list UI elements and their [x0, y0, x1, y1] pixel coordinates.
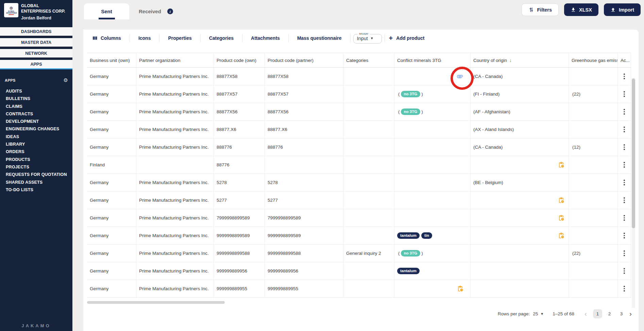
row-menu-button[interactable] — [622, 143, 626, 151]
cell-product-code-partner: 999999889956 — [265, 262, 343, 280]
column-header-ac[interactable]: Ac... — [618, 53, 631, 67]
toolbar-properties-button[interactable]: Properties — [159, 35, 200, 41]
sidebar-item-to-do-lists[interactable]: TO-DO LISTS — [0, 186, 72, 194]
sidebar-item-ideas[interactable]: IDEAS — [0, 133, 72, 140]
sidebar-nav-network[interactable]: NETWORK — [0, 49, 72, 57]
tab-sent[interactable]: Sent — [84, 3, 129, 19]
mode-select[interactable]: Mode Input ▼ — [353, 33, 382, 44]
cell-country-of-origin — [471, 209, 569, 227]
sidebar-nav-apps[interactable]: APPS — [0, 60, 72, 69]
row-menu-button[interactable] — [622, 284, 626, 293]
cell-actions — [618, 85, 631, 103]
toolbar-attachments-button[interactable]: Attachments — [242, 35, 288, 41]
attachment-icon[interactable] — [456, 73, 463, 80]
sidebar-header[interactable]: ⊕ GLOBAL ENTERPRISES GLOBAL ENTERPRISES … — [0, 0, 72, 20]
row-menu-button[interactable] — [622, 214, 626, 222]
row-menu-button[interactable] — [622, 125, 626, 133]
user-name: Jordan Belford — [21, 16, 67, 20]
pending-questionnaire-icon[interactable] — [558, 215, 564, 221]
cell-product-code-own: 88877X56 — [214, 103, 265, 120]
close-paren: ) — [421, 251, 423, 256]
sidebar-nav-dashboards[interactable]: DASHBOARDS — [0, 27, 72, 36]
horizontal-scrollbar — [87, 301, 631, 304]
sidebar-item-bulletins[interactable]: BULLETINS — [0, 95, 72, 102]
cell-partner-organization: Prime Manufacturing Partners Inc. — [136, 68, 214, 85]
toolbar-categories-button[interactable]: Categories — [201, 35, 242, 41]
columns-icon — [92, 35, 98, 41]
row-menu-button[interactable] — [622, 178, 626, 186]
column-header-product-code-own[interactable]: Product code (own) — [214, 53, 265, 67]
page-button-1[interactable]: 1 — [593, 309, 602, 318]
prev-page-button[interactable]: ‹ — [584, 310, 587, 317]
column-header-categories[interactable]: Categories — [343, 53, 394, 67]
sidebar-nav-master-data[interactable]: MASTER DATA — [0, 38, 72, 47]
sidebar-item-claims[interactable]: CLAIMS — [0, 103, 72, 110]
sidebar: ⊕ GLOBAL ENTERPRISES GLOBAL ENTERPRISES … — [0, 0, 72, 331]
pagination-range: 1–25 of 68 — [553, 311, 574, 316]
sidebar-item-projects[interactable]: PROJECTS — [0, 163, 72, 171]
cell-product-code-partner: 88877.X6 — [265, 121, 343, 138]
filters-button[interactable]: Filters — [522, 3, 559, 16]
row-menu-button[interactable] — [622, 90, 626, 98]
sidebar-item-audits[interactable]: AUDITS — [0, 87, 72, 95]
sidebar-item-engineering-changes[interactable]: ENGINEERING CHANGES — [0, 125, 72, 133]
pending-questionnaire-icon[interactable] — [558, 232, 564, 239]
sidebar-item-requests-for-quotation[interactable]: REQUESTS FOR QUOTATION — [0, 171, 72, 178]
column-header-label: Categories — [346, 58, 368, 63]
tab-received[interactable]: Received — [129, 3, 167, 19]
rows-per-page-select[interactable]: 25 ▼ — [533, 311, 544, 316]
row-menu-button[interactable] — [622, 196, 626, 204]
chevron-down-icon: ▼ — [370, 36, 374, 40]
pending-questionnaire-icon[interactable] — [457, 285, 463, 292]
gear-icon[interactable]: ⚙ — [64, 78, 68, 83]
cell-product-code-partner: 9999998899589 — [265, 227, 343, 244]
cell-country-of-origin — [471, 156, 569, 173]
row-menu-button[interactable] — [622, 107, 626, 116]
row-menu-button[interactable] — [622, 267, 626, 275]
sidebar-item-shared-assets[interactable]: SHARED ASSETS — [0, 179, 72, 186]
next-page-button[interactable]: › — [629, 310, 632, 317]
cell-product-code-own: 888776 — [214, 138, 265, 156]
column-header-conflict-minerals-3tg[interactable]: Conflict minerals 3TG — [394, 53, 471, 67]
cell-product-code-own: 999999889956 — [214, 262, 265, 280]
sidebar-item-orders[interactable]: ORDERS — [0, 148, 72, 155]
cell-product-code-partner: 88877X57 — [265, 85, 343, 103]
pending-questionnaire-icon[interactable] — [558, 162, 564, 168]
toolbar-icons-button[interactable]: Icons — [130, 35, 159, 41]
column-header-product-code-partner[interactable]: Product code (partner) — [265, 53, 343, 67]
sort-descending-icon[interactable]: ↓ — [509, 57, 512, 63]
toolbar-columns-button[interactable]: Columns — [87, 35, 130, 41]
sidebar-item-products[interactable]: PRODUCTS — [0, 156, 72, 163]
row-menu-button[interactable] — [622, 72, 626, 80]
vertical-scrollbar-thumb[interactable] — [632, 79, 635, 228]
row-menu-button[interactable] — [622, 249, 626, 257]
horizontal-scrollbar-thumb[interactable] — [87, 301, 225, 304]
apps-list: AUDITSBULLETINSCLAIMSCONTRACTSDEVELOPMEN… — [0, 87, 72, 194]
row-menu-button[interactable] — [622, 161, 626, 169]
sidebar-item-library[interactable]: LIBRARY — [0, 140, 72, 148]
apps-panel-header: APPS ⚙ — [0, 78, 72, 83]
page-button-3[interactable]: 3 — [617, 309, 626, 318]
xlsx-button[interactable]: XLSX — [564, 3, 598, 16]
page: ⊕ GLOBAL ENTERPRISES GLOBAL ENTERPRISES … — [0, 0, 644, 331]
column-header-business-unit-own[interactable]: Business unit (own) — [87, 53, 136, 67]
download-icon — [571, 7, 576, 13]
column-header-greenhouse-gas-emiss[interactable]: Greenhouse gas emiss — [569, 53, 618, 67]
sidebar-item-development[interactable]: DEVELOPMENT — [0, 118, 72, 125]
sidebar-item-contracts[interactable]: CONTRACTS — [0, 110, 72, 118]
toolbar-icons-label: Icons — [138, 35, 151, 41]
info-icon[interactable]: i — [167, 9, 173, 14]
pending-questionnaire-icon[interactable] — [558, 197, 564, 203]
cell-actions — [618, 138, 631, 156]
row-menu-button[interactable] — [622, 231, 626, 239]
cell-actions — [618, 174, 631, 191]
column-header-country-of-origin[interactable]: Country of origin↓ — [471, 53, 569, 67]
add-product-button[interactable]: + Add product — [389, 35, 425, 41]
filters-button-label: Filters — [537, 7, 552, 13]
toolbar-mass-questionnaire-button[interactable]: Mass questionnaire — [289, 35, 350, 41]
cell-categories — [343, 68, 394, 85]
page-button-2[interactable]: 2 — [605, 309, 614, 318]
chevron-down-icon: ▼ — [540, 312, 544, 316]
import-button[interactable]: Import — [604, 3, 641, 16]
column-header-partner-organization[interactable]: Partner organization — [136, 53, 214, 67]
